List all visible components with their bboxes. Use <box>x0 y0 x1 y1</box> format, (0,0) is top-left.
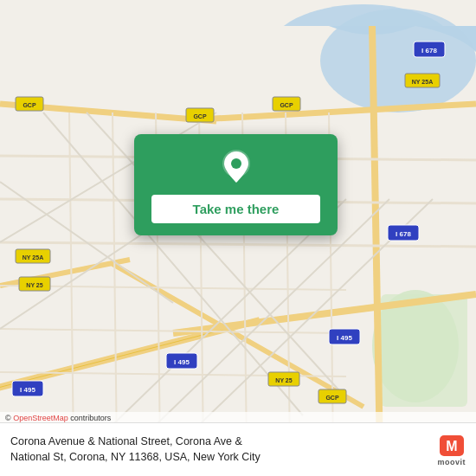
svg-text:GCP: GCP <box>193 113 207 119</box>
take-me-there-button[interactable]: Take me there <box>151 195 320 223</box>
svg-text:GCP: GCP <box>280 102 293 108</box>
svg-point-65 <box>231 158 241 169</box>
moovit-logo: M moovit <box>437 434 466 466</box>
svg-text:I 678: I 678 <box>421 47 437 55</box>
address-text: Corona Avenue & National Street, Corona … <box>10 434 428 465</box>
map-container: I 678 NY 25A NY 25A NY 25 I 495 I 495 NY… <box>0 0 476 476</box>
svg-text:M: M <box>446 439 457 453</box>
attribution-text: © OpenStreetMap contributors <box>5 414 111 422</box>
svg-text:I 678: I 678 <box>396 230 411 238</box>
svg-text:I 495: I 495 <box>337 334 352 342</box>
osm-link[interactable]: OpenStreetMap <box>13 414 68 422</box>
svg-rect-7 <box>381 294 467 407</box>
moovit-label: moovit <box>437 458 466 466</box>
svg-text:I 495: I 495 <box>20 386 35 394</box>
address-footer: Corona Avenue & National Street, Corona … <box>0 422 476 476</box>
svg-point-5 <box>320 9 476 113</box>
action-card: Take me there <box>134 134 338 235</box>
svg-text:NY 25A: NY 25A <box>23 254 43 261</box>
svg-text:NY 25A: NY 25A <box>412 79 433 85</box>
svg-text:I 495: I 495 <box>174 358 190 366</box>
svg-text:GCP: GCP <box>23 102 36 108</box>
map-background: I 678 NY 25A NY 25A NY 25 I 495 I 495 NY… <box>0 0 476 476</box>
svg-text:NY 25: NY 25 <box>275 377 292 383</box>
location-pin-icon <box>217 148 255 186</box>
svg-text:GCP: GCP <box>325 395 339 401</box>
moovit-brand-icon: M <box>438 434 466 458</box>
roads-svg: I 678 NY 25A NY 25A NY 25 I 495 I 495 NY… <box>0 0 476 476</box>
svg-text:NY 25: NY 25 <box>26 282 42 288</box>
